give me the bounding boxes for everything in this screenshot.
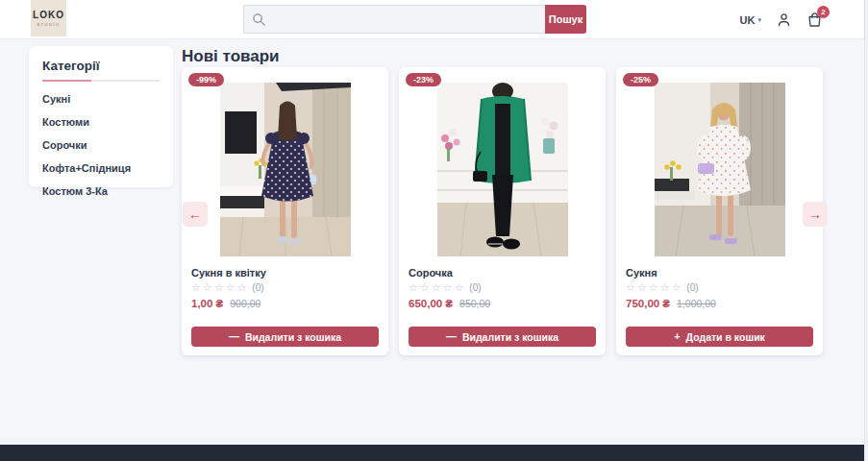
sidebar-item-kofta-spidnytsya[interactable]: Кофта+Спідниця: [42, 162, 160, 174]
scrollbar[interactable]: [864, 0, 868, 461]
user-icon: [776, 12, 792, 28]
search-icon: [252, 12, 266, 27]
product-image[interactable]: [220, 83, 351, 256]
categories-title: Категорії: [42, 59, 160, 73]
product-old-price: 850,00: [459, 298, 490, 309]
product-name[interactable]: Сукня: [626, 267, 813, 279]
add-to-cart-button[interactable]: + Додати в кошик: [626, 327, 813, 347]
language-label: UK: [740, 14, 756, 26]
sidebar-item-kostyumy[interactable]: Костюми: [42, 116, 160, 128]
logo-title: LOKO: [33, 11, 64, 20]
product-image[interactable]: [655, 83, 785, 256]
rating-count: (0): [686, 282, 698, 293]
divider: [42, 80, 160, 82]
product-rating: ☆☆☆☆☆ (0): [409, 281, 596, 294]
rating-count: (0): [252, 282, 263, 293]
footer-bar: [0, 445, 868, 461]
search-field-wrap: [243, 5, 545, 34]
product-price: 650,00 ₴: [409, 298, 453, 309]
header-actions: UK ▾ 2: [740, 0, 823, 39]
product-price: 750,00 ₴: [626, 298, 670, 309]
search-button[interactable]: Пошук: [545, 5, 586, 34]
star-icons: ☆☆☆☆☆: [191, 281, 248, 294]
page-title: Нові товари: [182, 47, 280, 66]
price-row: 650,00 ₴ 850,00: [409, 298, 596, 309]
discount-badge: -25%: [623, 73, 658, 86]
search-input[interactable]: [244, 6, 545, 33]
minus-icon: —: [446, 331, 457, 342]
product-price: 1,00 ₴: [191, 298, 223, 309]
product-card[interactable]: -99%: [182, 67, 388, 355]
product-name[interactable]: Сукня в квітку: [191, 267, 379, 279]
logo-subtitle: STUDIO: [37, 22, 60, 27]
sidebar-item-kostyum-3ka[interactable]: Костюм 3-Ка: [42, 185, 160, 197]
remove-from-cart-button[interactable]: — Видалити з кошика: [191, 327, 379, 347]
sidebar-item-sorochky[interactable]: Сорочки: [42, 139, 160, 151]
sidebar-item-sukni[interactable]: Сукні: [42, 93, 160, 105]
product-rating: ☆☆☆☆☆ (0): [626, 281, 813, 294]
product-card[interactable]: -23%: [399, 67, 606, 355]
minus-icon: —: [229, 331, 239, 342]
product-old-price: 1,000,00: [677, 298, 716, 309]
cart-count-badge: 2: [817, 6, 830, 18]
plus-icon: +: [674, 331, 680, 342]
categories-panel: Категорії Сукні Костюми Сорочки Кофта+Сп…: [29, 46, 173, 187]
cta-label: Видалити з кошика: [462, 331, 558, 343]
product-card[interactable]: -25%: [616, 67, 823, 355]
arrow-left-icon: ←: [188, 206, 202, 222]
carousel-prev-button[interactable]: ←: [183, 202, 208, 227]
arrow-right-icon: →: [808, 206, 822, 222]
cart-button[interactable]: 2: [806, 12, 823, 28]
product-rating: ☆☆☆☆☆ (0): [191, 281, 379, 294]
logo[interactable]: LOKO STUDIO: [31, 0, 66, 36]
language-selector[interactable]: UK ▾: [740, 14, 761, 26]
price-row: 750,00 ₴ 1,000,00: [626, 298, 813, 309]
product-old-price: 900,00: [230, 298, 260, 309]
chevron-down-icon: ▾: [757, 16, 761, 24]
rating-count: (0): [469, 282, 481, 293]
cta-label: Додати в кошик: [686, 331, 765, 343]
search-form: Пошук: [243, 5, 586, 34]
cta-label: Видалити з кошика: [245, 331, 341, 343]
carousel-next-button[interactable]: →: [803, 202, 828, 227]
price-row: 1,00 ₴ 900,00: [191, 298, 379, 309]
discount-badge: -23%: [406, 73, 441, 86]
remove-from-cart-button[interactable]: — Видалити з кошика: [409, 327, 596, 347]
account-button[interactable]: [776, 12, 792, 28]
new-products-carousel: -99%: [182, 67, 823, 355]
star-icons: ☆☆☆☆☆: [409, 281, 465, 294]
star-icons: ☆☆☆☆☆: [626, 281, 682, 294]
discount-badge: -99%: [188, 73, 224, 86]
product-name[interactable]: Сорочка: [409, 267, 596, 279]
product-image[interactable]: [437, 83, 568, 256]
header: LOKO STUDIO Пошук UK ▾: [0, 0, 868, 39]
